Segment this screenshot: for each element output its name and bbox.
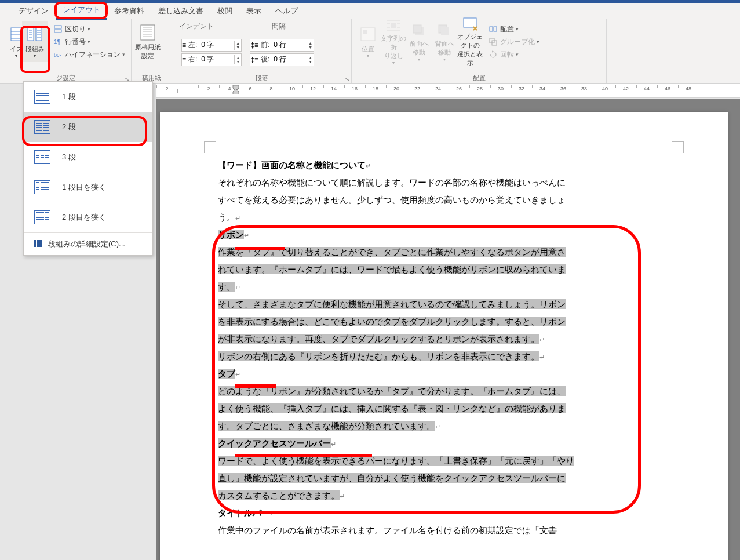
- columns-icon: [25, 25, 44, 43]
- svg-rect-22: [39, 240, 42, 247]
- indent-right-input[interactable]: ≡ 右: 0 字 ▲▼: [181, 53, 242, 66]
- svg-rect-16: [490, 27, 493, 31]
- svg-text:bc-: bc-: [54, 52, 61, 58]
- svg-rect-4: [54, 30, 61, 32]
- tab-view[interactable]: 表示: [239, 3, 268, 19]
- svg-rect-1: [28, 28, 34, 41]
- group-button: グループ化: [486, 35, 542, 48]
- svg-rect-9: [363, 30, 367, 34]
- size-label: イズ: [10, 45, 22, 53]
- manuscript-paper-button[interactable]: 原稿用紙 設定: [135, 21, 161, 62]
- svg-marker-24: [233, 89, 239, 94]
- group-icon: [489, 37, 498, 46]
- document-area[interactable]: 【ワード】画面の名称と機能について それぞれの名称や機能について順に解説します。…: [156, 99, 740, 560]
- columns-more-settings[interactable]: 段組みの詳細設定(C)...: [24, 233, 152, 255]
- position-button: 位置 ▾: [355, 21, 381, 62]
- indent-header: インデント: [179, 21, 214, 32]
- columns-label: 段組み: [25, 45, 45, 53]
- indent-marker[interactable]: [232, 84, 240, 94]
- paragraph-launcher[interactable]: ⤡: [345, 76, 349, 82]
- space-after-input[interactable]: ‡≡ 後: 0 行 ▲▼: [250, 53, 314, 66]
- svg-rect-10: [391, 23, 396, 28]
- hyphenation-button[interactable]: bc- ハイフネーション: [51, 48, 127, 61]
- tab-help[interactable]: ヘルプ: [268, 3, 305, 19]
- columns-more-icon: [33, 239, 42, 249]
- align-button[interactable]: 配置: [486, 23, 542, 35]
- heading-titlebar: タイトルバー: [218, 508, 270, 518]
- send-backward-icon: [435, 21, 454, 38]
- hyphenation-icon: bc-: [53, 50, 63, 59]
- bring-forward-button: 前面へ 移動 ▾: [406, 21, 432, 62]
- align-icon: [489, 24, 498, 34]
- svg-rect-14: [441, 27, 449, 35]
- heading-tab: タブ: [218, 369, 235, 379]
- ribbon: イズ ▾ 段組み ▾ 区切り: [0, 19, 740, 84]
- line-numbers-button[interactable]: 1¶ 行番号: [51, 35, 127, 48]
- ribbon-tabs: デザイン レイアウト 参考資料 差し込み文書 校閲 表示 ヘルプ: [0, 3, 740, 19]
- space-before-icon: ‡≡: [250, 41, 258, 49]
- columns-option-3[interactable]: 3 段: [24, 142, 152, 172]
- heading-qat: クイックアクセスツールバー: [218, 438, 331, 448]
- columns-option-left[interactable]: 1 段目を狭く: [24, 172, 152, 202]
- rotate-icon: [489, 50, 498, 59]
- columns-option-2[interactable]: 2 段: [24, 112, 152, 142]
- arrange-group-label: 配置: [355, 72, 603, 82]
- tab-references[interactable]: 参考資料: [107, 3, 151, 19]
- wrap-text-icon: [384, 18, 403, 33]
- doc-title: 【ワード】画面の名称と機能について: [218, 160, 366, 170]
- space-after-icon: ‡≡: [250, 56, 258, 64]
- svg-rect-17: [494, 27, 497, 31]
- page: 【ワード】画面の名称と機能について それぞれの名称や機能について順に解説します。…: [160, 112, 728, 560]
- breaks-icon: [53, 24, 63, 34]
- svg-rect-21: [37, 240, 39, 247]
- manuscript-icon: [138, 23, 157, 42]
- breaks-button[interactable]: 区切り: [51, 23, 127, 35]
- tab-design[interactable]: デザイン: [12, 3, 56, 19]
- svg-rect-3: [54, 26, 61, 28]
- selection-pane-icon: [461, 16, 479, 31]
- columns-right-icon: [34, 210, 50, 224]
- paragraph-group-label: 段落: [176, 72, 348, 82]
- bring-forward-icon: [410, 21, 428, 38]
- columns-button[interactable]: 段組み ▾: [22, 21, 48, 62]
- spinner-arrows[interactable]: ▲▼: [234, 41, 241, 50]
- line-numbers-icon: 1¶: [53, 37, 63, 46]
- space-before-input[interactable]: ‡≡ 前: 0 行 ▲▼: [250, 39, 314, 52]
- columns-dropdown: 1 段 2 段 3 段 1 段目を狭く 2 段目を狭く 段組みの詳細設定(C).…: [23, 81, 153, 256]
- position-icon: [359, 25, 377, 43]
- size-button[interactable]: イズ ▾: [3, 21, 22, 62]
- indent-right-icon: ≡: [182, 56, 186, 64]
- horizontal-ruler[interactable]: 2246810121416182022242628303234363840424…: [156, 84, 740, 98]
- selection-pane-button[interactable]: オブジェクトの 選択と表示: [457, 21, 483, 62]
- tab-mailings[interactable]: 差し込み文書: [151, 3, 210, 19]
- indent-left-input[interactable]: ≡ 左: 0 字 ▲▼: [181, 39, 242, 52]
- send-backward-button: 背面へ 移動 ▾: [432, 21, 457, 62]
- heading-ribbon: リボン: [218, 230, 244, 239]
- columns-left-icon: [34, 180, 50, 194]
- columns-option-1[interactable]: 1 段: [24, 82, 152, 112]
- svg-rect-2: [36, 28, 42, 41]
- rotate-button: 回転: [486, 48, 542, 61]
- indent-left-icon: ≡: [182, 41, 186, 49]
- columns-2-icon: [34, 120, 50, 134]
- wrap-text-button: 文字列の折 り返し ▾: [381, 21, 406, 62]
- tab-layout[interactable]: レイアウト: [56, 2, 107, 20]
- columns-3-icon: [34, 150, 50, 164]
- svg-rect-12: [413, 25, 421, 33]
- columns-option-right[interactable]: 2 段目を狭く: [24, 202, 152, 232]
- svg-rect-20: [34, 240, 36, 247]
- tab-review[interactable]: 校閲: [210, 3, 239, 19]
- spacing-header: 間隔: [272, 21, 286, 32]
- svg-text:1¶: 1¶: [54, 39, 60, 45]
- svg-rect-0: [11, 28, 21, 41]
- svg-rect-15: [464, 18, 476, 27]
- columns-1-icon: [34, 90, 50, 104]
